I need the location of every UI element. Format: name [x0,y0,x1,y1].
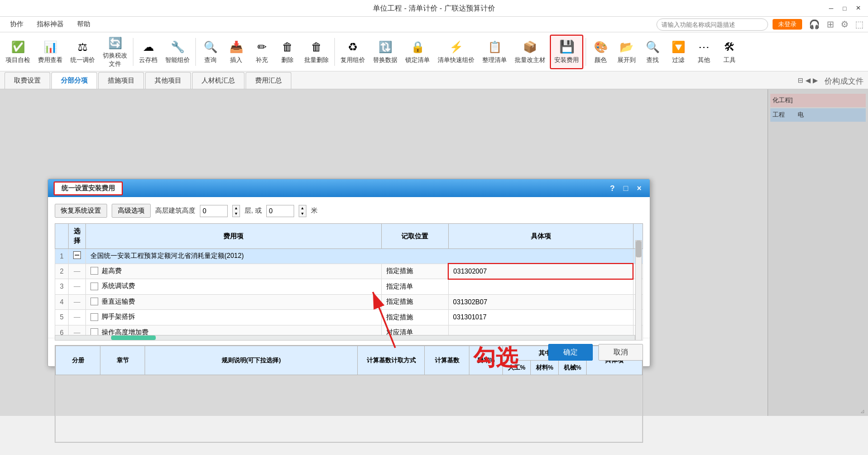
grid-icon: ⊞ [827,19,834,30]
menu-cooperation[interactable]: 协作 [4,18,29,30]
cancel-button[interactable]: 取消 [598,344,643,361]
restore-system-btn[interactable]: 恢复系统设置 [55,204,107,218]
batch-del-icon: 🗑 [309,39,324,55]
row-expand-1[interactable] [69,249,86,264]
meter-spin-down[interactable]: ▼ [299,211,306,217]
checkbox-5[interactable] [90,313,98,321]
fast-group-label: 清单快速组价 [438,56,474,64]
switch-icon: 🔄 [107,36,123,50]
resize-handle[interactable]: ⊿ [860,408,866,414]
floor-spin: ▲ ▼ [232,205,240,217]
close-btn[interactable]: ✕ [853,4,862,13]
login-button[interactable]: 未登录 [773,19,802,30]
v-scrollbar-thumb[interactable] [636,241,641,257]
tab-collapse-icon[interactable]: ⊟ [798,76,803,87]
row-num-4: 4 [55,294,69,310]
batch-mat-label: 批量改主材 [515,56,545,64]
install-fee-icon: 💾 [559,39,574,55]
th-num [55,224,69,249]
tool-expand[interactable]: 📂 展开到 [614,35,639,69]
reuse-icon: ♻ [345,39,361,55]
restore-btn[interactable]: □ [840,4,849,13]
tool-fast-group[interactable]: ⚡ 清单快速组价 [434,35,478,69]
floor-meter-input[interactable] [266,205,294,217]
row-dash-2: — [69,264,86,279]
other-icon: ⋯ [696,39,712,55]
row-detail-5: 031301017 [448,310,633,325]
th-fee-item: 费用项 [86,224,382,249]
tool-batch-mat[interactable]: 📦 批量改主材 [511,35,549,69]
tool-install-fee[interactable]: 💾 安装费用 [550,35,583,69]
tool-query[interactable]: 🔍 查询 [198,35,223,69]
tool-fee-view[interactable]: 📊 费用查看 [35,35,66,69]
settings-icon: ⚙ [841,19,848,30]
main-table-wrapper: 选择 费用项 记取位置 具体项 1 [55,223,643,341]
tab-fee-settings[interactable]: 取费设置 [4,72,50,89]
th-position: 记取位置 [381,224,448,249]
tab-sub-items[interactable]: 分部分项 [51,72,97,89]
batch-del-label: 批量删除 [304,56,329,64]
tool-organize[interactable]: 📋 整理清单 [479,35,510,69]
table-row: 4 — 垂直运输费 指定措施 031302B07 [55,294,643,310]
tool-adjust[interactable]: ⚖ 统一调价 [67,35,98,69]
tab-other-items[interactable]: 其他项目 [145,72,191,89]
row-content-5: 脚手架搭拆 [86,310,382,325]
h-scrollbar-thumb[interactable] [111,336,156,340]
floor-spin-up[interactable]: ▲ [233,205,239,211]
insert-icon: 📥 [228,39,244,55]
external-icon: ⬚ [855,19,864,30]
advanced-options-btn[interactable]: 高级选项 [112,204,151,218]
minimize-btn[interactable]: ─ [827,4,836,13]
dialog-title: 统一设置安装费用 [54,181,123,195]
main-content: 化工程] 工程 电 统一设置安装费用 ? □ × [0,89,868,416]
tool-batch-del[interactable]: 🗑 批量删除 [301,35,332,69]
h-scrollbar[interactable] [55,335,635,341]
checkbox-2[interactable] [90,267,98,275]
search-input[interactable] [656,18,768,31]
tab-measures[interactable]: 措施项目 [98,72,144,89]
checkbox-4[interactable] [90,298,98,305]
tool-smart[interactable]: 🔧 智能组价 [162,35,193,69]
tool-find[interactable]: 🔍 查找 [640,35,665,69]
cloud-label: 云存档 [139,56,157,64]
row-dash-4: — [69,294,86,310]
tool-filter[interactable]: 🔽 过滤 [666,35,690,69]
dialog-restore-btn[interactable]: □ [621,183,631,193]
table-row: 2 — 超高费 指定措施 031302007 [55,264,643,279]
tool-other[interactable]: ⋯ 其他 [692,35,716,69]
tool-switch[interactable]: 🔄 切换税改文件 [99,35,131,69]
tool-cloud[interactable]: ☁ 云存档 [136,35,161,69]
table-row: 1 全国统一安装工程预算定额河北省消耗量定额(2012) [55,249,643,264]
dialog-toolbar: 恢复系统设置 高级选项 高层建筑高度 ▲ ▼ 层, 或 ▲ ▼ 米 [55,204,643,218]
tab-fee-summary[interactable]: 费用汇总 [246,72,291,89]
meter-spin-up[interactable]: ▲ [299,205,306,211]
tool-delete[interactable]: 🗑 删除 [275,35,300,69]
dialog-close-btn[interactable]: × [634,183,644,193]
dialog-help-btn[interactable]: ? [607,183,617,193]
fee-view-icon: 📊 [42,39,58,55]
tool-fill[interactable]: ✏ 补充 [250,35,274,69]
th-select-header: 选择 [69,224,86,249]
dialog-overlay: 统一设置安装费用 ? □ × 恢复系统设置 高级选项 高层建筑高度 ▲ [0,89,868,416]
find-label: 查找 [646,56,659,64]
tool-reuse[interactable]: ♻ 复用组价 [337,35,368,69]
tool-insert[interactable]: 📥 插入 [224,35,248,69]
floor-spin-down[interactable]: ▼ [233,211,239,217]
tab-manmat-summary[interactable]: 人材机汇总 [192,72,244,89]
row-num-3: 3 [55,279,69,295]
checkbox-3[interactable] [90,282,98,290]
reuse-label: 复用组价 [341,56,365,64]
menu-index[interactable]: 指标神器 [31,18,69,30]
confirm-button[interactable]: 确定 [548,344,593,361]
tool-lock[interactable]: 🔒 锁定清单 [402,35,433,69]
btd-empty [56,375,642,442]
tool-replace[interactable]: 🔃 替换数据 [370,35,401,69]
tool-tools[interactable]: 🛠 工具 [717,35,742,69]
v-scrollbar[interactable] [635,240,642,341]
tab-left-icon[interactable]: ◀ [805,76,811,87]
floor-height-input[interactable] [200,205,228,217]
menu-help[interactable]: 帮助 [71,18,96,30]
tool-color[interactable]: 🎨 颜色 [588,35,613,69]
tool-check[interactable]: ✅ 项目自检 [2,35,33,69]
tab-right-icon[interactable]: ▶ [813,76,818,87]
